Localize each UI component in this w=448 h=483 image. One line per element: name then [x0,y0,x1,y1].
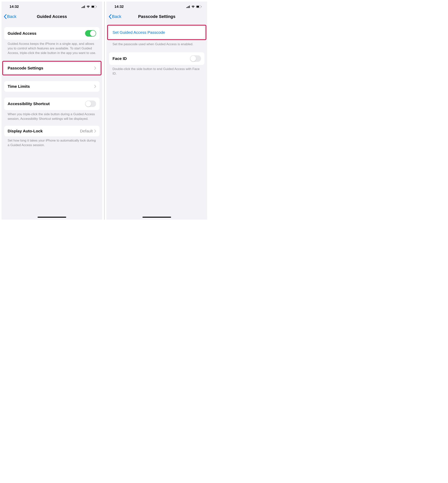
section-display-autolock: Display Auto-Lock Default Set how long i… [1,126,102,147]
row-face-id[interactable]: Face ID [109,52,204,65]
back-label: Back [7,14,16,19]
svg-rect-8 [187,7,188,8]
row-display-autolock[interactable]: Display Auto-Lock Default [4,126,100,137]
svg-rect-3 [84,6,85,8]
svg-rect-0 [81,7,82,8]
back-button[interactable]: Back [108,13,122,20]
phone-left-guided-access: 14:32 Back Guided Access Guided Access [1,1,102,220]
page-title: Guided Access [37,14,67,19]
row-set-guided-access-passcode[interactable]: Set Guided Access Passcode [109,27,204,38]
footer-face-id: Double-click the side button to end Guid… [109,65,204,76]
highlight-passcode-settings: Passcode Settings [2,61,102,75]
highlight-set-passcode: Set Guided Access Passcode [107,25,206,40]
svg-rect-7 [186,7,187,8]
status-bar: 14:32 [106,1,207,12]
svg-rect-1 [82,7,83,8]
page-title: Passcode Settings [138,14,176,19]
svg-rect-5 [92,6,94,8]
svg-rect-2 [83,6,84,8]
row-guided-access-toggle[interactable]: Guided Access [4,27,100,40]
wifi-icon [191,5,195,8]
row-accessibility-shortcut[interactable]: Accessibility Shortcut [4,97,100,110]
back-button[interactable]: Back [3,13,17,20]
chevron-left-icon [109,14,112,19]
toggle-guided-access[interactable] [85,30,96,37]
battery-icon [91,5,97,8]
status-time: 14:32 [114,5,124,9]
footer-guided-access: Guided Access keeps the iPhone in a sing… [4,40,100,55]
status-bar: 14:32 [1,1,102,12]
svg-rect-6 [96,6,97,7]
footer-display-autolock: Set how long it takes your iPhone to aut… [4,137,100,147]
row-label: Passcode Settings [8,66,43,70]
section-passcode-settings: Passcode Settings [1,61,102,75]
nav-bar: Back Guided Access [1,12,102,21]
toggle-accessibility-shortcut[interactable] [85,101,96,107]
row-label: Set Guided Access Passcode [112,30,165,35]
svg-rect-10 [189,6,190,8]
footer-accessibility: When you triple-click the side button du… [4,110,100,121]
row-value: Default [80,129,93,133]
svg-rect-9 [188,6,189,8]
row-label: Face ID [112,56,127,61]
battery-icon [196,5,202,8]
section-accessibility-shortcut: Accessibility Shortcut When you triple-c… [1,97,102,121]
chevron-right-icon [94,67,96,70]
home-indicator[interactable] [38,217,66,218]
cellular-signal-icon [186,6,190,8]
phone-right-passcode-settings: 14:32 Back Passcode Settings Set [106,1,207,220]
home-indicator[interactable] [143,217,171,218]
cellular-signal-icon [81,6,85,8]
nav-bar: Back Passcode Settings [106,12,207,21]
row-label: Display Auto-Lock [8,129,43,133]
status-right [186,5,202,8]
row-label: Guided Access [8,31,36,36]
section-time-limits: Time Limits [1,81,102,92]
svg-rect-13 [201,6,202,7]
svg-rect-12 [197,6,199,8]
chevron-right-icon [94,85,96,88]
row-passcode-settings[interactable]: Passcode Settings [4,63,100,73]
section-guided-access: Guided Access Guided Access keeps the iP… [1,27,102,55]
row-label: Accessibility Shortcut [8,102,50,106]
chevron-right-icon [94,129,96,133]
screenshot-divider [104,1,104,220]
back-label: Back [112,14,121,19]
wifi-icon [86,5,90,8]
status-time: 14:32 [9,5,19,9]
toggle-face-id[interactable] [190,55,201,62]
section-set-passcode: Set Guided Access Passcode Set the passc… [106,25,207,47]
row-label: Time Limits [8,84,30,89]
chevron-left-icon [4,14,7,19]
row-time-limits[interactable]: Time Limits [4,81,100,92]
status-right [81,5,97,8]
section-face-id: Face ID Double-click the side button to … [106,52,207,76]
footer-set-passcode: Set the passcode used when Guided Access… [109,40,204,47]
